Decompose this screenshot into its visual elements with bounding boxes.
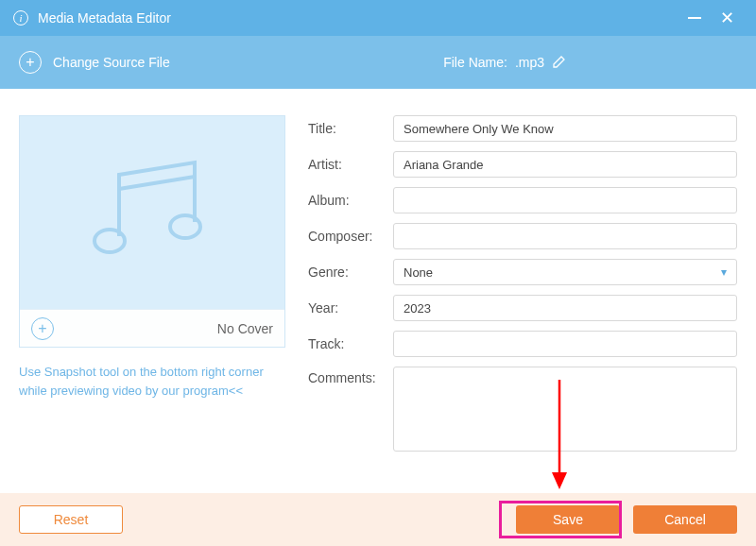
track-label: Track: <box>308 336 393 351</box>
cover-box: + No Cover <box>19 115 285 348</box>
save-button[interactable]: Save <box>516 505 620 534</box>
svg-point-0 <box>94 230 125 252</box>
album-input[interactable] <box>393 187 737 213</box>
cancel-button[interactable]: Cancel <box>633 505 737 534</box>
composer-label: Composer: <box>308 229 393 244</box>
svg-point-1 <box>170 215 200 238</box>
no-cover-label: No Cover <box>217 321 273 336</box>
minimize-button[interactable] <box>679 0 711 36</box>
svg-marker-3 <box>552 472 567 489</box>
artist-input[interactable] <box>393 151 737 178</box>
info-icon: i <box>13 10 28 26</box>
change-source-button[interactable]: Change Source File <box>53 55 170 70</box>
title-input[interactable] <box>393 115 737 142</box>
cover-column: + No Cover Use Snapshot tool on the bott… <box>19 115 285 461</box>
content: + No Cover Use Snapshot tool on the bott… <box>0 89 756 461</box>
genre-value: None <box>404 265 433 280</box>
year-label: Year: <box>308 300 393 316</box>
genre-select[interactable]: None ▾ <box>393 259 737 285</box>
titlebar: i Media Metadata Editor ✕ <box>0 0 756 36</box>
year-input[interactable] <box>393 295 737 321</box>
album-label: Album: <box>308 193 393 208</box>
cover-bottom-bar: + No Cover <box>20 309 284 347</box>
comments-label: Comments: <box>308 367 393 385</box>
metadata-form: Title: Artist: Album: Composer: Genre: N… <box>308 115 737 461</box>
reset-button[interactable]: Reset <box>19 505 123 534</box>
comments-input[interactable] <box>393 367 737 452</box>
toolbar: + Change Source File File Name: .mp3 <box>0 36 756 89</box>
filename-display: File Name: .mp3 <box>443 54 567 72</box>
close-button[interactable]: ✕ <box>711 0 743 36</box>
add-cover-button[interactable]: + <box>31 317 54 340</box>
filename-value: .mp3 <box>515 55 544 70</box>
add-source-icon[interactable]: + <box>19 51 42 74</box>
filename-label: File Name: <box>443 55 507 70</box>
cover-placeholder-icon <box>20 116 284 309</box>
snapshot-hint: Use Snapshot tool on the bottom right co… <box>19 363 274 400</box>
app-title: Media Metadata Editor <box>38 10 171 26</box>
edit-filename-icon[interactable] <box>552 54 567 72</box>
artist-label: Artist: <box>308 157 393 172</box>
footer: Reset Save Cancel <box>0 493 756 546</box>
genre-label: Genre: <box>308 264 393 280</box>
composer-input[interactable] <box>393 223 737 249</box>
chevron-down-icon: ▾ <box>721 265 727 279</box>
title-label: Title: <box>308 121 393 136</box>
track-input[interactable] <box>393 331 737 357</box>
